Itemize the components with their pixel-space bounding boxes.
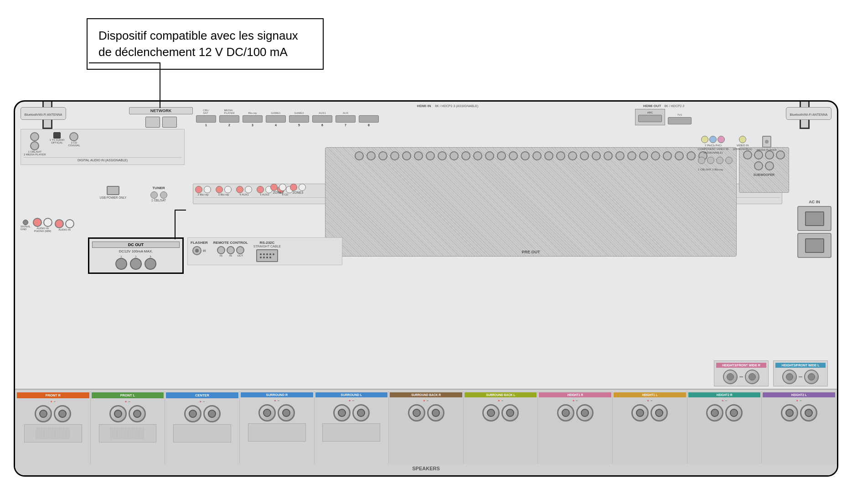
ac-socket-bottom <box>797 233 831 258</box>
foot-left <box>52 475 97 477</box>
video-in-label: VIDEO IN <box>737 144 749 147</box>
height3-l-label: HEIGHT3/FRONT WIDE L <box>775 363 826 368</box>
height3-front-wide-section: HEIGHT3/FRONT WIDE R HEIGHT3/FRONT WIDE … <box>714 360 828 386</box>
hdmi-out-label: HDMI OUT 8K / HDCP2.3 <box>618 104 709 108</box>
component-video-in-sub: (ASSIGNABLE) <box>703 151 723 154</box>
bt-wifi-label-left: Bluetooth/Wi-Fi ANTENNA <box>21 107 66 120</box>
device-feet <box>15 475 837 477</box>
channel-height2-r: HEIGHT2 R +− <box>687 391 762 464</box>
component-video-in-label: COMPONENT VIDEO IN <box>698 148 728 150</box>
channel-surround-l: SURROUND L +− <box>315 391 389 464</box>
rs232c-sublabel: STRAIGHT CABLE <box>253 245 281 248</box>
audio-in-connectors-left: AUDIO IN <box>55 219 74 231</box>
network-port-2 <box>162 117 177 128</box>
dc-out-ports: 1 2 3 <box>92 255 180 270</box>
height2-r-label: HEIGHT2 R <box>688 392 761 397</box>
surround-l-posts <box>333 404 370 422</box>
channel-height2-l: HEIGHT2 L +− <box>762 391 836 464</box>
zone2-output: ZONE2 <box>270 184 286 194</box>
remote-control-label: REMOTE CONTROL <box>213 241 248 245</box>
foot-right <box>755 475 800 477</box>
height3-front-wide-r: HEIGHT3/FRONT WIDE R <box>714 360 769 386</box>
bt-wifi-text-right: Bluetooth/Wi-Fi ANTENNA <box>790 113 828 116</box>
network-port-1 <box>145 117 160 128</box>
callout-connector-line <box>175 210 176 239</box>
control-section: FLASHER IR REMOTE CONTROL IN <box>187 237 342 265</box>
phono-connectors: AUDIO INPHONO (MM) <box>33 218 52 232</box>
channel-front-r: FRONT R +− <box>16 391 91 464</box>
cbl-sat-coaxial: 1 CBL/SAT2 MEDIA PLAYER <box>24 132 46 156</box>
bt-wifi-text-left: Bluetooth/Wi-Fi ANTENNA <box>25 113 62 116</box>
phono-section: SIGNALGND AUDIO INPHONO (MM) <box>21 218 98 232</box>
video-in: VIDEO IN (ASSIGNABLE) <box>733 136 752 154</box>
right-video-section: Y Pb/Cb Pr/Cr COMPONENT VIDEO IN (ASSIGN… <box>698 136 789 172</box>
cbl-sat-connector <box>160 191 167 199</box>
remote-control-section: REMOTE CONTROL IN IN OUT <box>213 241 248 257</box>
channel-height1-r: HEIGHT1 R +− <box>538 391 613 464</box>
pre-out-section: PRE OUT <box>325 147 737 257</box>
height3-r-posts <box>723 370 759 384</box>
channel-height1-l: HEIGHT1 L +− <box>613 391 687 464</box>
surround-r-label: SURROUND R <box>241 392 313 397</box>
media-player-label: MEDIA PLAYER <box>757 149 777 151</box>
speakers-channels-row: FRONT R +− FRONT L +− <box>15 390 837 465</box>
surround-back-r-label: SURROUND BACK R <box>390 392 462 397</box>
surround-back-l-posts <box>482 404 519 422</box>
subwoofer-label: SUBWOOFER <box>739 173 789 176</box>
rc-in2 <box>227 246 235 254</box>
hdmi-in-port-2: MEDIAPLAYER 2 <box>218 109 240 127</box>
height1-l-posts <box>631 404 668 422</box>
front-r-posts <box>35 405 71 422</box>
hdmi-out-ports: ARC TV1 <box>618 109 709 125</box>
flasher-port <box>192 246 201 255</box>
network-section: NETWORK <box>129 107 193 128</box>
speakers-section: SPEAKERS FRONT R +− <box>15 389 837 475</box>
hdmi-out-tv1: TV1 <box>667 113 692 125</box>
rs232c-section: RS-232C STRAIGHT CABLE <box>253 241 281 262</box>
height3-l-posts <box>782 370 819 384</box>
cbl-sat-2-label: 1 CBL/SAT 2 Blu-ray <box>698 168 723 171</box>
tuner-connector <box>150 191 158 199</box>
ac-socket-inner-bottom <box>805 238 824 253</box>
channel-front-l: FRONT L +− <box>91 391 165 464</box>
center-posts <box>184 405 221 422</box>
callout-text: Dispositif compatible avec les signaux d… <box>98 29 298 59</box>
callout-box: Dispositif compatible avec les signaux d… <box>87 18 324 70</box>
digital-audio-label: DIGITAL AUDIO IN (ASSIGNABLE) <box>24 157 181 162</box>
hdmi-in-port-1: CBL/SAT 1 <box>195 109 217 127</box>
tuner-label: TUNER <box>129 186 188 190</box>
audio-in-2-bluray: 2 Blu-ray <box>195 186 211 196</box>
height2-l-label: HEIGHT2 L <box>763 392 835 397</box>
front-r-label: FRONT R <box>17 392 89 398</box>
rc-in1 <box>217 246 225 254</box>
ac-in-label: AC IN <box>809 200 820 204</box>
ac-socket-inner-top <box>805 211 824 226</box>
height1-l-label: HEIGHT1 L <box>614 392 686 397</box>
channel-center: CENTER +− <box>165 391 240 464</box>
device-inner: Bluetooth/Wi-Fi ANTENNA Bluetooth/Wi-Fi … <box>15 102 837 475</box>
dc-port-2 <box>130 258 142 270</box>
cd-coaxial: 2 CDCOAXIAL <box>68 132 80 147</box>
cbl-sat-label: 1 CBL/SAT <box>129 199 188 202</box>
center-label: CENTER <box>166 392 238 398</box>
tuner-section: TUNER 1 CBL/SAT <box>129 186 188 202</box>
video-in-sub: (ASSIGNABLE) <box>733 148 752 150</box>
hdmi-out-arc-box: ARC <box>635 109 665 125</box>
dc-out-spec: DC12V 100mA MAX. <box>92 249 180 253</box>
callout-connector-horiz <box>175 210 186 211</box>
front-l-label: FRONT L <box>92 392 164 398</box>
network-ports <box>129 117 193 128</box>
page: Dispositif compatible avec les signaux d… <box>0 0 852 504</box>
zone-outputs: ZONE2 ZONE3 <box>270 184 325 194</box>
front-l-posts <box>109 405 146 422</box>
audio-in-4-aux1: 4 AUX1 <box>236 186 252 196</box>
tuner-connectors <box>129 191 188 199</box>
surround-l-label: SURROUND L <box>315 392 388 397</box>
dc-port-3 <box>145 258 156 270</box>
network-label: NETWORK <box>129 107 193 114</box>
surround-back-l-label: SURROUND BACK L <box>465 392 537 397</box>
flasher-label: FLASHER <box>191 241 208 245</box>
usb-port <box>107 186 119 195</box>
surround-r-posts <box>258 404 295 422</box>
digital-audio-connectors: 1 CBL/SAT2 MEDIA PLAYER 1 TV AUDIOOPTICA… <box>24 132 181 156</box>
